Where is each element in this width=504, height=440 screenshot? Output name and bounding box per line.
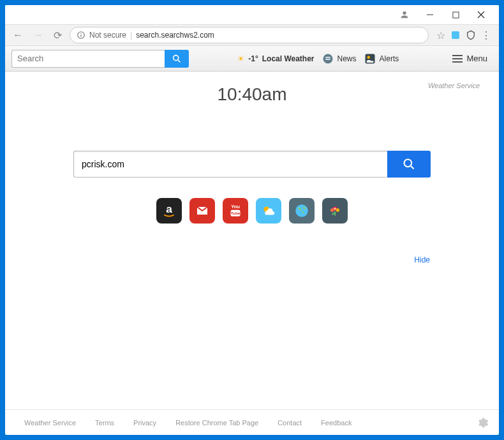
news-label: News — [337, 54, 357, 63]
shortcut-flower[interactable] — [322, 198, 348, 224]
svg-line-12 — [178, 60, 180, 62]
svg-point-2 — [403, 11, 406, 15]
page-content: Weather Service 10:40am Hide a YouTube — [5, 72, 499, 409]
footer-link-privacy[interactable]: Privacy — [133, 419, 156, 427]
toolbar-search-input[interactable] — [11, 50, 165, 68]
main-search — [73, 151, 431, 178]
shortcuts-row: a YouTube — [156, 198, 348, 224]
close-button[interactable] — [468, 7, 494, 22]
address-bar[interactable]: Not secure | search.searchws2.com — [70, 27, 429, 43]
amazon-icon: a — [161, 202, 177, 219]
alerts-label: Alerts — [380, 54, 399, 63]
weather-label: Local Weather — [262, 54, 315, 63]
youtube-icon: YouTube — [226, 201, 245, 220]
svg-point-17 — [367, 56, 370, 59]
globe-icon — [293, 202, 310, 219]
svg-point-9 — [80, 33, 81, 34]
weather-temp: -1° — [248, 54, 258, 63]
svg-rect-10 — [452, 31, 459, 39]
svg-point-21 — [404, 160, 412, 167]
menu-label: Menu — [466, 54, 487, 63]
svg-rect-4 — [452, 11, 458, 17]
footer: Weather Service Terms Privacy Restore Ch… — [5, 409, 499, 435]
footer-link-restore[interactable]: Restore Chrome Tab Page — [175, 419, 258, 427]
shortcut-weather[interactable] — [256, 198, 281, 224]
gmail-icon — [195, 203, 210, 218]
svg-point-11 — [174, 55, 179, 60]
search-icon — [403, 158, 415, 171]
toolbar-search-button[interactable] — [165, 50, 189, 68]
bookmark-icon[interactable]: ☆ — [436, 29, 445, 42]
footer-link-contact[interactable]: Contact — [278, 419, 302, 427]
maximize-button[interactable] — [443, 7, 468, 22]
hamburger-icon — [452, 54, 463, 63]
main-search-button[interactable] — [387, 151, 431, 178]
svg-line-22 — [411, 166, 413, 169]
extension-icon-2[interactable] — [466, 30, 476, 40]
sun-icon: ☀ — [237, 54, 244, 63]
hide-link[interactable]: Hide — [414, 255, 430, 264]
svg-point-33 — [334, 208, 336, 209]
shortcut-amazon[interactable]: a — [156, 198, 182, 224]
svg-point-32 — [336, 208, 339, 211]
svg-point-31 — [330, 208, 334, 211]
alerts-icon — [364, 53, 376, 64]
search-icon — [172, 54, 182, 64]
reload-button[interactable]: ⟳ — [51, 29, 64, 42]
menu-dots-icon[interactable]: ⋮ — [481, 29, 491, 42]
svg-rect-15 — [325, 59, 330, 60]
url-text: search.searchws2.com — [136, 31, 214, 40]
minimize-button[interactable] — [417, 7, 443, 22]
address-bar-row: ← → ⟳ Not secure | search.searchws2.com … — [5, 24, 499, 46]
shortcut-youtube[interactable]: YouTube — [223, 198, 248, 224]
svg-text:You: You — [231, 204, 240, 209]
weather-icon — [260, 202, 277, 219]
shortcut-globe[interactable] — [289, 198, 315, 224]
user-icon[interactable] — [392, 7, 417, 22]
flower-icon — [327, 202, 343, 219]
security-label: Not secure — [89, 31, 126, 40]
footer-link-terms[interactable]: Terms — [95, 419, 114, 427]
news-icon — [322, 53, 334, 64]
svg-rect-14 — [325, 57, 330, 58]
toolbar-news[interactable]: News — [322, 53, 357, 64]
weather-service-link[interactable]: Weather Service — [428, 82, 480, 89]
info-icon — [77, 31, 85, 40]
footer-link-feedback[interactable]: Feedback — [321, 419, 352, 427]
svg-text:Tube: Tube — [231, 211, 241, 215]
forward-button[interactable]: → — [31, 29, 46, 41]
clock-display: 10:40am — [218, 84, 287, 105]
svg-point-29 — [295, 204, 308, 217]
toolbar-search — [11, 50, 189, 68]
gear-icon[interactable] — [476, 416, 489, 429]
titlebar — [5, 5, 499, 24]
browser-window: New Tab Search × ← → ⟳ Not secure | — [5, 5, 499, 435]
toolbar-menu-button[interactable]: Menu — [447, 51, 493, 66]
shortcut-gmail[interactable] — [189, 198, 215, 224]
main-search-input[interactable] — [73, 151, 387, 178]
toolbar-weather[interactable]: ☀ -1° Local Weather — [237, 54, 314, 63]
footer-link-weather[interactable]: Weather Service — [24, 419, 76, 427]
back-button[interactable]: ← — [10, 29, 26, 41]
toolbar-alerts[interactable]: Alerts — [364, 53, 399, 64]
svg-text:a: a — [166, 202, 172, 215]
extension-icons: ☆ ⋮ — [434, 29, 494, 42]
extension-icon-1[interactable] — [450, 30, 461, 40]
page-toolbar: ☀ -1° Local Weather News Alerts Menu — [5, 46, 499, 72]
